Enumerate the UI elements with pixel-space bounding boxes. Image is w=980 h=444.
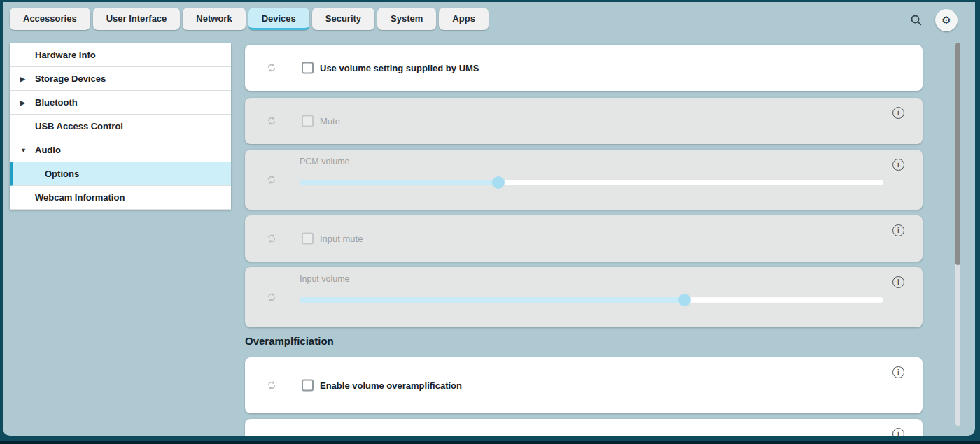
checkbox-label: Mute [320, 116, 340, 127]
checkbox-label: Enable volume overamplification [320, 380, 462, 391]
tab-network[interactable]: Network [183, 8, 245, 30]
checkbox[interactable] [302, 233, 314, 245]
sidebar-item-bluetooth[interactable]: ▶ Bluetooth [10, 91, 231, 115]
slider-label: Input volume [300, 274, 350, 284]
sidebar-item-label: USB Access Control [35, 121, 123, 131]
tab-user-interface[interactable]: User Interface [93, 8, 181, 30]
slider[interactable] [300, 297, 883, 303]
tab-system[interactable]: System [377, 8, 436, 30]
tab-apps[interactable]: Apps [439, 8, 489, 30]
sidebar-item-storage-devices[interactable]: ▶ Storage Devices [10, 67, 231, 91]
reset-icon[interactable] [266, 233, 277, 244]
sidebar-item-label: Hardware Info [35, 50, 96, 60]
tree-arrow-icon: ▶ [20, 76, 25, 83]
info-icon[interactable]: i [892, 159, 904, 171]
tab-label: System [391, 13, 423, 24]
sidebar-item-audio[interactable]: ▼ Audio [10, 138, 231, 162]
setting-card: Enable volume overamplification i [245, 357, 923, 413]
sidebar-item-webcam-information[interactable]: Webcam Information [10, 186, 231, 210]
tab-label: Apps [452, 13, 475, 24]
setting-card: Input mute i [245, 215, 923, 262]
sidebar: Hardware Info ▶ Storage Devices ▶ Blueto… [10, 43, 231, 210]
reset-icon[interactable] [266, 62, 277, 73]
scrollbar-thumb[interactable] [955, 43, 960, 265]
tab-label: Accessories [23, 13, 77, 24]
slider-fill [300, 297, 685, 303]
checkbox-label: Input mute [320, 234, 363, 244]
reset-icon[interactable] [266, 174, 277, 185]
checkbox[interactable] [302, 115, 314, 127]
sidebar-item-label: Audio [35, 145, 61, 155]
slider-label: PCM volume [300, 157, 350, 166]
gear-icon: ⚙ [941, 15, 951, 26]
slider[interactable] [300, 180, 883, 185]
checkbox[interactable] [302, 380, 314, 392]
sidebar-item-label: Storage Devices [35, 73, 106, 84]
settings-button[interactable]: ⚙ [935, 9, 958, 31]
reset-icon[interactable] [266, 292, 277, 303]
sidebar-item-usb-access-control[interactable]: USB Access Control [10, 115, 231, 138]
tab-accessories[interactable]: Accessories [10, 8, 90, 30]
window-content: AccessoriesUser InterfaceNetworkDevicesS… [3, 2, 975, 436]
info-icon[interactable]: i [892, 224, 904, 236]
info-icon[interactable]: i [892, 366, 904, 378]
info-icon[interactable]: i [892, 428, 904, 436]
tree-arrow-icon: ▼ [20, 147, 27, 154]
header-icons: ⚙ [907, 9, 958, 31]
tab-devices[interactable]: Devices [248, 8, 309, 30]
tab-label: Security [326, 13, 361, 24]
tab-bar: AccessoriesUser InterfaceNetworkDevicesS… [10, 8, 489, 30]
tab-security[interactable]: Security [312, 8, 374, 30]
search-icon [910, 14, 923, 27]
setting-card: Use volume setting supplied by UMS [245, 45, 923, 91]
sidebar-item-label: Webcam Information [35, 192, 125, 203]
window-frame-edge [0, 441, 980, 444]
tab-label: Network [196, 13, 232, 24]
settings-panel: Use volume setting supplied by UMS Mute … [245, 45, 923, 436]
reset-icon[interactable] [266, 380, 277, 391]
sidebar-item-hardware-info[interactable]: Hardware Info [10, 43, 231, 67]
checkbox-label: Use volume setting supplied by UMS [320, 63, 479, 73]
scrollbar-track[interactable] [955, 43, 960, 426]
setting-card: Input volume i [245, 267, 923, 327]
tree-arrow-icon: ▶ [20, 99, 25, 106]
sidebar-item-label: Options [45, 169, 79, 179]
tab-label: Devices [262, 13, 296, 24]
sidebar-item-options[interactable]: Options [10, 162, 231, 186]
tab-label: User Interface [106, 13, 167, 24]
setting-card: PCM volume i [245, 150, 923, 210]
setting-card: Mute i [245, 98, 923, 144]
reset-icon[interactable] [266, 115, 277, 127]
search-button[interactable] [907, 11, 925, 29]
info-icon[interactable]: i [892, 107, 904, 119]
checkbox[interactable] [302, 62, 314, 74]
section-heading: Overamplficiation [245, 334, 923, 349]
slider-thumb[interactable] [492, 176, 505, 189]
info-icon[interactable]: i [892, 276, 904, 288]
slider-fill [300, 180, 498, 185]
setting-card-partial: i [245, 419, 923, 436]
slider-thumb[interactable] [678, 294, 691, 306]
sidebar-item-label: Bluetooth [35, 97, 78, 108]
